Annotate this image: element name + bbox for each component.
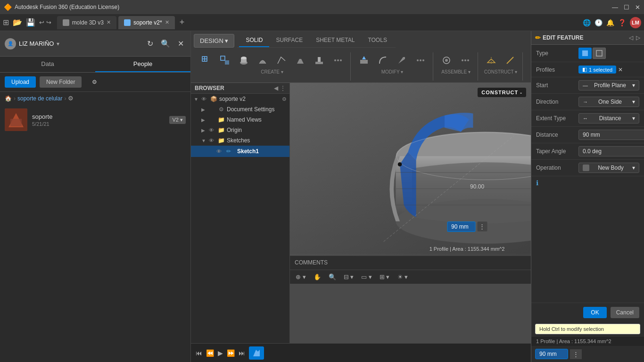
tab-molde-close[interactable]: ✕	[107, 19, 111, 25]
close-panel-button[interactable]: ✕	[176, 37, 186, 50]
browser-menu-button[interactable]: ⋮	[280, 85, 286, 91]
new-tab-button[interactable]: +	[177, 17, 188, 27]
direction-dropdown[interactable]: → One Side ▾	[578, 97, 639, 107]
browser-item-origin[interactable]: ▶ 👁 📁 Origin	[191, 125, 289, 135]
distance-field[interactable]	[578, 130, 644, 140]
panel-expand-right-button[interactable]: ▷	[636, 34, 640, 41]
online-icon[interactable]: 🌐	[583, 19, 591, 26]
toolbar-tab-surface[interactable]: SURFACE	[269, 34, 309, 47]
timeline-end-button[interactable]: ⏭	[239, 349, 245, 357]
timeline-thumb[interactable]	[249, 346, 264, 360]
pan-button[interactable]: ✋	[312, 272, 323, 281]
visibility-sketch1[interactable]: 👁	[216, 148, 223, 154]
profiles-clear-button[interactable]: ✕	[618, 66, 623, 73]
breadcrumb-home[interactable]: 🏠	[5, 95, 12, 102]
create-revolve-button[interactable]	[254, 53, 271, 67]
zoom-button[interactable]: 🔍	[327, 272, 338, 281]
browser-collapse-button[interactable]: ◀	[274, 85, 278, 91]
type-solid-button[interactable]	[578, 48, 592, 59]
visibility-sketches[interactable]: 👁	[209, 138, 215, 143]
type-surface-button[interactable]	[593, 48, 606, 59]
apps-icon[interactable]: ⊞	[3, 18, 9, 27]
create-loft-button[interactable]	[292, 53, 309, 67]
toolbar-tab-solid[interactable]: SOLID	[239, 34, 269, 47]
minimize-button[interactable]: —	[612, 4, 618, 11]
timeline-play-button[interactable]: ▶	[218, 349, 223, 357]
grid-button[interactable]: ⊞ ▾	[378, 272, 392, 281]
maximize-button[interactable]: ☐	[624, 4, 629, 11]
distance-input[interactable]	[447, 222, 475, 232]
construct-plane-button[interactable]	[483, 53, 500, 67]
assemble-more-button[interactable]	[457, 53, 474, 67]
timeline-next-button[interactable]: ⏩	[227, 349, 235, 357]
timeline-start-button[interactable]: ⏮	[196, 349, 202, 357]
user-avatar[interactable]: LM	[630, 17, 641, 28]
distance-menu-button[interactable]: ⋮	[477, 222, 487, 231]
close-button[interactable]: ✕	[635, 4, 640, 11]
taper-angle-field[interactable]	[578, 146, 644, 156]
help-icon[interactable]: ❓	[618, 19, 626, 26]
search-button[interactable]: 🔍	[159, 37, 172, 50]
browser-item-sketch1[interactable]: 👁 ✏ Sketch1	[191, 146, 289, 157]
operation-dropdown[interactable]: New Body ▾	[578, 163, 639, 173]
timeline-prev-button[interactable]: ⏪	[206, 349, 214, 357]
breadcrumb-folder[interactable]: soporte de celular	[17, 95, 62, 102]
assemble-group-label[interactable]: ASSEMBLE ▾	[441, 69, 471, 74]
environment-button[interactable]: ☀ ▾	[396, 272, 410, 281]
breadcrumb-settings-icon[interactable]: ⚙	[68, 95, 74, 102]
create-extrude-button[interactable]	[235, 53, 252, 67]
file-item[interactable]: soporte 5/21/21 V2 ▾	[0, 105, 190, 135]
modify-fillet-button[interactable]	[374, 53, 391, 67]
visibility-origin[interactable]: 👁	[209, 127, 215, 133]
modify-press-pull-button[interactable]	[355, 53, 372, 67]
start-dropdown[interactable]: — Profile Plane ▾	[578, 80, 639, 90]
upload-button[interactable]: Upload	[5, 76, 36, 88]
panel-distance-hl-input[interactable]	[535, 349, 568, 359]
tab-data[interactable]: Data	[0, 57, 95, 72]
panel-distance-options-button[interactable]: ⋮	[570, 349, 582, 359]
settings-button[interactable]: ⚙	[85, 76, 104, 88]
extent-type-dropdown[interactable]: ↔ Distance ▾	[578, 113, 639, 123]
tab-soporte-close[interactable]: ✕	[165, 19, 169, 25]
save-icon[interactable]: 💾	[26, 18, 35, 27]
create-sweep-button[interactable]	[273, 53, 290, 67]
design-button[interactable]: DESIGN ▾	[194, 34, 234, 48]
create-rib-button[interactable]	[311, 53, 328, 67]
create-new-component-button[interactable]	[198, 53, 215, 67]
tab-people[interactable]: People	[95, 57, 190, 72]
create-more-button[interactable]	[330, 53, 347, 67]
construct-axis-button[interactable]	[502, 53, 519, 67]
assemble-joint-button[interactable]	[438, 53, 455, 67]
bell-icon[interactable]: 🔔	[606, 19, 614, 26]
orbit-button[interactable]: ⊕ ▾	[294, 272, 308, 281]
panel-expand-left-button[interactable]: ◁	[629, 34, 633, 41]
tab-molde[interactable]: molde 3D v3 ✕	[57, 16, 116, 29]
create-sketch-button[interactable]	[216, 53, 233, 67]
modify-chamfer-button[interactable]	[393, 53, 410, 67]
extent-type-chevron-icon: ▾	[632, 115, 635, 122]
display-mode-button[interactable]: ▭ ▾	[359, 272, 374, 281]
cancel-button[interactable]: Cancel	[611, 307, 639, 318]
visibility-soporte[interactable]: 👁	[201, 96, 208, 102]
browser-item-docsettings[interactable]: ▶ ⚙ Document Settings	[191, 104, 289, 115]
history-icon[interactable]: 🕐	[594, 19, 603, 26]
construct-group-label[interactable]: CONSTRUCT ▾	[484, 69, 517, 74]
refresh-button[interactable]: ↻	[145, 37, 155, 50]
browser-item-soporte[interactable]: ▼ 👁 📦 soporte v2 ⚙	[191, 94, 289, 104]
new-folder-button[interactable]: New Folder	[40, 76, 82, 88]
user-profile[interactable]: 👤 LIZ MARIÑO ▾	[5, 38, 59, 49]
browser-item-namedviews[interactable]: ▶ 📁 Named Views	[191, 115, 289, 125]
browser-item-sketches[interactable]: ▼ 👁 📁 Sketches	[191, 135, 289, 146]
ok-button[interactable]: OK	[583, 307, 606, 318]
undo-icon[interactable]: ↩ ↪	[39, 19, 51, 26]
tab-soporte[interactable]: soporte v2* ✕	[118, 16, 175, 29]
toolbar-tab-tools[interactable]: TOOLS	[361, 34, 393, 47]
modify-more-button[interactable]	[412, 53, 429, 67]
version-badge[interactable]: V2 ▾	[169, 116, 186, 124]
create-group-label[interactable]: CREATE ▾	[261, 69, 283, 74]
settings-soporte-icon[interactable]: ⚙	[282, 96, 287, 102]
modify-group-label[interactable]: MODIFY ▾	[381, 69, 403, 74]
toolbar-tab-sheetmetal[interactable]: SHEET METAL	[309, 34, 361, 47]
fit-button[interactable]: ⊟ ▾	[342, 272, 356, 281]
open-file-icon[interactable]: 📂	[13, 18, 22, 27]
